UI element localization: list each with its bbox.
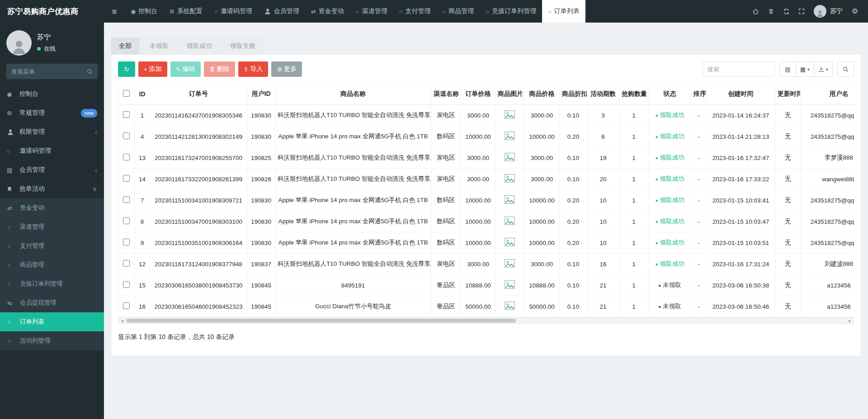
menu-search-icon [87,69,93,75]
sidebar-subitem-label: 商品管理 [20,261,44,269]
col-header-checkbox [118,84,135,105]
cell-discount: 0.10 [560,147,587,169]
sidebar-item-grab[interactable]: 抢单活动∨ [0,179,104,198]
row-checkbox[interactable] [123,175,130,182]
sidebar-subitem-activity[interactable]: ○活动列管理 [0,331,104,350]
cell-sort: - [691,211,707,232]
sidebar-item-console[interactable]: ◉控制台 [0,85,104,104]
scrollbar-thumb[interactable] [127,319,516,323]
topbar-action-fullscreen[interactable] [794,0,809,23]
table-row: 820230115100347001908303100190830Apple 苹… [118,211,854,232]
row-checkbox[interactable] [123,302,130,309]
topnav-item-label: 控制台 [138,7,157,15]
more-button[interactable]: ⚙更多 [271,61,302,77]
topbar-action-check-update[interactable] [778,0,794,23]
sidebar-subitem-withdraw[interactable]: ⇆会员提现管理 [0,293,104,312]
row-checkbox[interactable] [123,111,130,118]
cell-periods: 20 [587,169,619,190]
refresh-button[interactable]: ↻ [118,61,135,77]
topbar-user[interactable]: 苏宁 [809,5,847,18]
col-header-channel: 渠道名称 [431,84,461,105]
cell-channel: 奢品区 [431,275,461,296]
status-label: 领取成功 [660,260,684,267]
sidebar-subitem-orders[interactable]: ○订单列表 [0,312,104,331]
topnav-item-recharge[interactable]: ○充值订单列管理 [480,0,542,23]
select-all-checkbox[interactable] [123,90,130,97]
tab-all[interactable]: 全部 [111,38,140,54]
cell-order_no: 20230306165038001908453730 [150,275,247,296]
row-checkbox[interactable] [123,196,130,203]
topnav-item-channel[interactable]: ○渠道管理 [350,0,393,23]
sidebar-item-auth[interactable]: 权限管理‹ [0,122,104,141]
sidebar-subitem-label: 会员提现管理 [20,299,57,307]
row-checkbox[interactable] [123,154,130,160]
delete-button[interactable]: 删除 [204,61,235,77]
cell-discount: 0.10 [560,296,587,317]
cell-updated_at: 无 [775,296,801,317]
sidebar-item-label: 权限管理 [19,128,45,136]
circle-icon: ○ [7,319,17,325]
col-header-user_id: 用户ID [247,84,275,105]
cell-product_image [495,105,524,126]
sidebar-toggle[interactable]: ≡ [104,0,125,23]
cell-product_image [495,211,524,232]
sidebar-subitem-goods[interactable]: ○商品管理 [0,255,104,274]
status-label: 领取成功 [660,112,684,118]
topbar-username: 苏宁 [830,7,843,15]
topnav-item-goods[interactable]: ○商品管理 [436,0,480,23]
horizontal-scrollbar[interactable]: ◂ ▸ [118,317,854,324]
import-button[interactable]: ⇧导入 [238,61,269,77]
topnav-item-member[interactable]: 会员管理 [258,0,305,23]
cell-product_name: Apple 苹果 iPhone 14 pro max 全网通5G手机 白色 1T… [275,190,431,211]
add-button[interactable]: +添加 [138,61,167,77]
scroll-right-icon[interactable]: ▸ [846,318,854,323]
broken-image-icon [505,132,515,140]
cell-qty: 1 [619,190,649,211]
fullscreen-icon [798,8,805,14]
row-checkbox[interactable] [123,281,130,288]
table-row: 720230115100341001908309721190830Apple 苹… [118,190,854,211]
export-button[interactable]: ▾ [814,61,833,77]
topbar-action-clear-cache[interactable] [763,0,778,23]
sidebar-subitem-channel[interactable]: ○渠道管理 [0,217,104,236]
topnav-item-invite[interactable]: ○邀请码管理 [208,0,258,23]
row-checkbox[interactable] [123,260,130,267]
sidebar-item-invite[interactable]: ○邀请码管理 [0,141,104,160]
cell-order_no: 20230115100341001908309721 [150,190,247,211]
columns-button[interactable]: ▦▾ [796,61,814,77]
cell-order_price: 50000.00 [461,296,495,317]
row-checkbox[interactable] [123,132,130,139]
table-search-input[interactable] [703,61,775,77]
row-checkbox[interactable] [123,239,130,245]
topnav-item-console[interactable]: ◉控制台 [125,0,163,23]
sidebar-subitem-recharge[interactable]: ○充值订单列管理 [0,274,104,293]
row-checkbox[interactable] [123,217,130,224]
cell-order_price: 3000.00 [461,105,495,126]
topnav-item-config[interactable]: ⚙系统配置 [163,0,208,23]
sidebar-item-general[interactable]: ⚙常规管理new [0,104,104,122]
pagination-switch-button[interactable]: ▤ [779,61,796,77]
cell-order_no: 20230114162437001908305346 [150,105,247,126]
menu-search-input[interactable] [11,68,87,75]
sidebar-subitem-pay[interactable]: ○支付管理 [0,236,104,255]
tab-unclaimed[interactable]: 未领取 [142,38,177,54]
tab-claimed[interactable]: 领取成功 [179,38,220,54]
cell-user_id: 190826 [247,169,275,190]
sidebar-item-member[interactable]: ▤会员管理‹ [0,160,104,179]
edit-button[interactable]: ✎编辑 [170,61,201,77]
tab-failed[interactable]: 领取失败 [222,38,264,54]
scrollbar-track[interactable] [126,318,846,323]
sidebar-item-label: 常规管理 [19,109,45,117]
sidebar-subitem-funds[interactable]: ⇄资金变动 [0,198,104,217]
topnav-item-label: 订单列表 [554,7,580,15]
circle-icon: ○ [486,9,489,14]
topbar-action-home[interactable] [748,0,763,23]
cell-updated_at: 无 [775,169,801,190]
search-toggle-button[interactable] [837,61,854,77]
topbar-action-settings[interactable]: ⚙ [847,0,863,23]
topnav-item-orders[interactable]: ○订单列表 [542,0,585,23]
topbar: 苏宁易购商户优惠商 ≡ ◉控制台⚙系统配置○邀请码管理会员管理⇄资金变动○渠道管… [0,0,868,23]
topnav-item-pay[interactable]: ○支付管理 [393,0,437,23]
topnav-item-funds[interactable]: ⇄资金变动 [305,0,350,23]
scroll-left-icon[interactable]: ◂ [118,318,126,323]
